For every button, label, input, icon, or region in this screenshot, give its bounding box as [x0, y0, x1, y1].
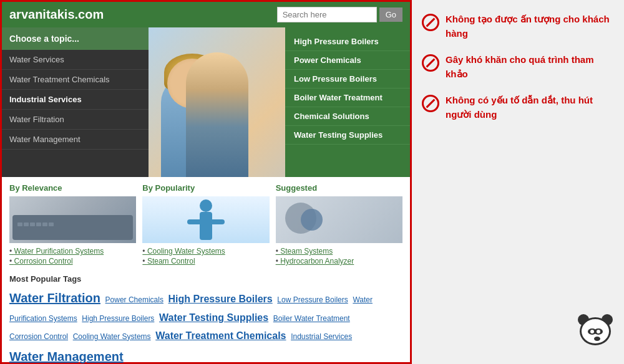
figure-head: [200, 199, 212, 212]
tag-1[interactable]: Power Chemicals: [105, 295, 163, 304]
search-input[interactable]: [277, 7, 377, 22]
search-button[interactable]: Go: [379, 7, 402, 22]
tag-9[interactable]: Corrosion Control: [9, 332, 68, 341]
green-menu-item-4[interactable]: Chemical Solutions: [285, 107, 410, 126]
annotation-2: Không có yếu tố dẫn dắt, thu hút người d…: [422, 93, 614, 122]
tags-title: Most Popular Tags: [9, 274, 402, 284]
tag-6[interactable]: High Pressure Boilers: [82, 314, 154, 323]
col-suggested-title: Suggested: [276, 183, 402, 193]
sidebar-item-water-treatment[interactable]: Water Treatment Chemicals: [2, 70, 149, 90]
tags-section: Most Popular Tags Water Filtration Power…: [9, 274, 402, 364]
green-menu-item-0[interactable]: High Pressure Boilers: [285, 32, 410, 51]
sidebar-item-water-services[interactable]: Water Services: [2, 50, 149, 70]
right-panel: Không tạo được ấn tượng cho khách hàng G…: [412, 0, 624, 364]
annotation-text-1: Gây khó khăn cho quá trình tham khảo: [446, 53, 614, 81]
col-relevance-links: Water Purification Systems Corrosion Con…: [9, 247, 136, 266]
annotation-text-2: Không có yếu tố dẫn dắt, thu hút người d…: [446, 93, 614, 122]
figure-body: [200, 212, 212, 240]
col-popularity-links: Cooling Water Systems Steam Control: [142, 247, 269, 266]
gear-shape-2: [301, 209, 323, 231]
col-popularity-image: [142, 196, 269, 243]
green-menu-item-2[interactable]: Low Pressure Boilers: [285, 70, 410, 89]
tag-3[interactable]: Low Pressure Boilers: [277, 295, 348, 304]
no-icon-2: [422, 95, 439, 112]
col-suggested-image: [276, 196, 402, 243]
header: arvanitakis.com Go: [2, 2, 410, 27]
key: [36, 223, 41, 226]
tag-13[interactable]: Water Management: [9, 350, 124, 363]
tag-11[interactable]: Water Treatment Chemicals: [155, 330, 286, 341]
tag-0[interactable]: Water Filtration: [9, 291, 100, 305]
annotation-0: Không tạo được ấn tượng cho khách hàng: [422, 12, 614, 41]
col-suggested: Suggested Steam Systems Hydrocarbon Anal…: [276, 183, 402, 267]
suggested-link-0[interactable]: Steam Systems: [276, 247, 402, 256]
tag-8[interactable]: Boiler Water Treatment: [273, 314, 350, 323]
annotation-1: Gây khó khăn cho quá trình tham khảo: [422, 53, 614, 81]
green-menu: High Pressure Boilers Power Chemicals Lo…: [285, 27, 410, 177]
no-icon-1: [422, 54, 439, 72]
col-relevance-image: [9, 196, 136, 243]
annotation-text-0: Không tạo được ấn tượng cho khách hàng: [446, 12, 614, 41]
col-relevance: By Relevance Water Purifi: [9, 183, 136, 267]
sidebar-item-management[interactable]: Water Management: [2, 130, 149, 150]
col-suggested-links: Steam Systems Hydrocarbon Analyzer: [276, 247, 402, 266]
sidebar-item-industrial[interactable]: Industrial Services: [2, 90, 149, 110]
tag-10[interactable]: Cooling Water Systems: [73, 332, 151, 341]
keyboard-keys: [17, 223, 128, 235]
key: [49, 223, 54, 226]
sidebar-title: Choose a topic...: [2, 27, 149, 50]
key: [30, 223, 35, 226]
sidebar-nav: Choose a topic... Water Services Water T…: [2, 27, 149, 177]
tag-7[interactable]: Water Testing Supplies: [159, 312, 268, 323]
content-area: By Relevance Water Purifi: [2, 177, 410, 364]
tags-cloud: Water Filtration Power Chemicals High Pr…: [9, 287, 402, 364]
green-menu-item-5[interactable]: Water Testing Supplies: [285, 126, 410, 145]
relevance-link-0[interactable]: Water Purification Systems: [9, 247, 136, 256]
popularity-link-0[interactable]: Cooling Water Systems: [142, 247, 269, 256]
tag-2[interactable]: High Pressure Boilers: [168, 294, 273, 304]
col-popularity: By Popularity Cooling Water Systems Stea…: [142, 183, 269, 267]
tag-12[interactable]: Industrial Services: [291, 332, 352, 341]
site-title: arvanitakis.com: [9, 7, 104, 22]
person-2-decoration: [186, 52, 248, 177]
hero-area: Choose a topic... Water Services Water T…: [2, 27, 410, 177]
col-relevance-title: By Relevance: [9, 183, 136, 193]
panda-container: [577, 314, 614, 352]
key: [24, 223, 29, 226]
sidebar-item-filtration[interactable]: Water Filtration: [2, 110, 149, 130]
green-menu-item-1[interactable]: Power Chemicals: [285, 51, 410, 70]
key: [42, 223, 47, 226]
panda-face: [580, 317, 611, 345]
tag-5[interactable]: Purification Systems: [9, 314, 77, 323]
keyboard-shape: [12, 215, 133, 240]
search-area: Go: [277, 7, 402, 22]
panda-eye-right: [594, 328, 603, 335]
key: [17, 223, 22, 226]
green-menu-item-3[interactable]: Boiler Water Treatment: [285, 89, 410, 107]
no-icon-0: [422, 14, 439, 31]
relevance-link-1[interactable]: Corrosion Control: [9, 257, 136, 266]
col-popularity-title: By Popularity: [142, 183, 269, 193]
main-content: arvanitakis.com Go Choose a topic... Wat…: [0, 0, 412, 364]
suggested-link-1[interactable]: Hydrocarbon Analyzer: [276, 257, 402, 266]
tag-4[interactable]: Water: [353, 295, 373, 304]
hero-image: High Pressure Boilers Power Chemicals Lo…: [149, 27, 410, 177]
three-col: By Relevance Water Purifi: [9, 183, 402, 267]
panda-icon: [577, 314, 614, 352]
panda-nose: [594, 337, 600, 341]
popularity-link-1[interactable]: Steam Control: [142, 257, 269, 266]
